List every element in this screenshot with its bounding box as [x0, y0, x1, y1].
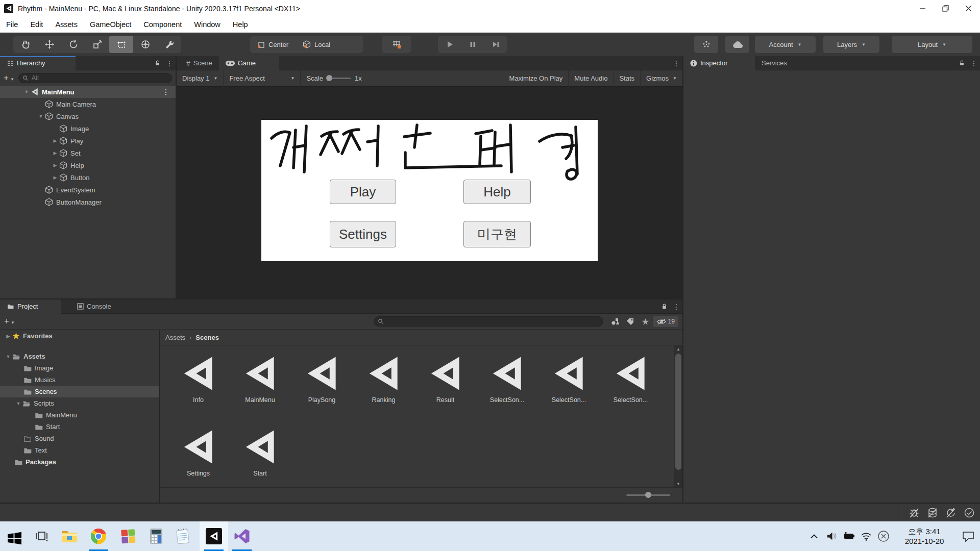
asset-scene-selectsong-2[interactable]: SelectSon...: [538, 352, 600, 425]
restore-button[interactable]: [934, 0, 957, 17]
pivot-toggle-button[interactable]: Center: [250, 36, 296, 53]
scale-slider-knob[interactable]: [326, 75, 332, 81]
asset-scene-mainmenu[interactable]: MainMenu: [229, 352, 291, 425]
tab-scene[interactable]: # Scene: [180, 56, 219, 70]
hierarchy-item-set[interactable]: ▶ Set: [0, 147, 176, 159]
hierarchy-item-mainmenu[interactable]: ▼ MainMenu ⋮: [0, 86, 176, 98]
notepad-button[interactable]: [168, 521, 197, 551]
hierarchy-add-button[interactable]: +▼: [4, 73, 14, 83]
rotation-toggle-button[interactable]: Local: [296, 36, 337, 53]
debugger-disabled-icon[interactable]: [909, 507, 920, 518]
account-dropdown[interactable]: Account▼: [755, 36, 816, 53]
tab-inspector[interactable]: Inspector: [683, 56, 755, 70]
project-menu-kebab[interactable]: ⋮: [670, 299, 682, 314]
hierarchy-lock-icon[interactable]: [151, 56, 163, 70]
foldout-expanded-icon[interactable]: ▼: [22, 89, 31, 94]
hierarchy-menu-kebab[interactable]: ⋮: [163, 56, 176, 70]
game-help-button[interactable]: Help: [463, 180, 531, 204]
custom-tool-icon[interactable]: [157, 36, 181, 53]
menu-edit[interactable]: Edit: [24, 20, 49, 29]
foldout-expanded-icon[interactable]: ▼: [4, 354, 12, 359]
unity-editor-button[interactable]: [200, 521, 228, 551]
foldout-collapsed-icon[interactable]: ▶: [51, 175, 59, 180]
pause-button[interactable]: [461, 36, 484, 53]
volume-icon[interactable]: [823, 521, 840, 551]
display-dropdown[interactable]: Display 1▼: [177, 70, 223, 87]
layout-dropdown[interactable]: Layout▼: [892, 36, 972, 53]
project-tree-scenes[interactable]: Scenes: [0, 386, 159, 397]
asset-zoom-knob[interactable]: [645, 492, 651, 498]
menu-help[interactable]: Help: [227, 20, 254, 29]
project-tree-scripts[interactable]: ▼ Scripts: [0, 397, 159, 409]
game-play-button[interactable]: Play: [330, 180, 396, 204]
foldout-collapsed-icon[interactable]: ▶: [51, 163, 59, 168]
hidden-icons-chevron[interactable]: [805, 521, 823, 551]
foldout-expanded-icon[interactable]: ▼: [14, 401, 22, 406]
close-button[interactable]: [957, 0, 980, 17]
scale-tool-icon[interactable]: [85, 36, 109, 53]
game-settings-button[interactable]: Settings: [330, 221, 396, 247]
hand-tool-icon[interactable]: [13, 36, 37, 53]
project-tree-sound[interactable]: Sound: [0, 433, 159, 444]
project-tree-image[interactable]: Image: [0, 362, 159, 374]
breadcrumb-assets[interactable]: Assets: [165, 334, 185, 341]
progress-ok-icon[interactable]: [964, 507, 975, 518]
tab-console[interactable]: Console: [70, 299, 118, 314]
menu-file[interactable]: File: [0, 20, 24, 29]
asset-zoom-slider[interactable]: [626, 494, 670, 496]
hierarchy-item-canvas[interactable]: ▼ Canvas: [0, 110, 176, 122]
battery-charging-icon[interactable]: [840, 521, 857, 551]
favorite-search-icon[interactable]: [638, 315, 653, 328]
hierarchy-item-play[interactable]: ▶ Play: [0, 135, 176, 147]
maximize-on-play-toggle[interactable]: Maximize On Play: [504, 70, 569, 87]
asset-scene-ranking[interactable]: Ranking: [353, 352, 414, 425]
foldout-collapsed-icon[interactable]: ▶: [4, 334, 12, 339]
project-tree-text[interactable]: Text: [0, 444, 159, 456]
project-tree-assets[interactable]: ▼ Assets: [0, 350, 159, 362]
inspector-lock-icon[interactable]: [955, 56, 968, 70]
project-tree-favorites[interactable]: ▶ Favorites: [0, 330, 159, 342]
tab-project[interactable]: Project: [0, 299, 61, 314]
chrome-button[interactable]: [84, 521, 113, 551]
asset-grid-scrollbar[interactable]: ▲ ▼: [674, 345, 682, 487]
grid-snap-icon[interactable]: [385, 36, 409, 53]
asset-scene-playsong[interactable]: PlaySong: [291, 352, 353, 425]
menu-window[interactable]: Window: [188, 20, 227, 29]
scrollbar-thumb[interactable]: [675, 354, 681, 470]
tab-services[interactable]: Services: [755, 56, 794, 70]
file-explorer-button[interactable]: [55, 521, 84, 551]
stats-toggle[interactable]: Stats: [614, 70, 640, 87]
rotate-tool-icon[interactable]: [61, 36, 85, 53]
rect-tool-icon[interactable]: [109, 36, 133, 53]
hierarchy-item-button[interactable]: ▶ Button: [0, 171, 176, 184]
visual-studio-button[interactable]: [228, 521, 256, 551]
aspect-dropdown[interactable]: Free Aspect▼: [224, 70, 300, 87]
project-search-input[interactable]: [374, 316, 603, 327]
gizmos-dropdown[interactable]: Gizmos▼: [641, 70, 682, 87]
network-disconnected-icon[interactable]: [875, 521, 892, 551]
project-add-button[interactable]: +▼: [4, 316, 15, 327]
wifi-icon[interactable]: [857, 521, 875, 551]
mute-audio-toggle[interactable]: Mute Audio: [569, 70, 613, 87]
inspector-menu-kebab[interactable]: ⋮: [968, 56, 980, 70]
search-by-type-icon[interactable]: [607, 315, 623, 328]
menu-assets[interactable]: Assets: [49, 20, 84, 29]
foldout-expanded-icon[interactable]: ▼: [37, 114, 45, 119]
search-by-label-icon[interactable]: [623, 315, 638, 328]
game-menu-kebab[interactable]: ⋮: [670, 56, 682, 70]
move-tool-icon[interactable]: [37, 36, 61, 53]
minimize-button[interactable]: [911, 0, 934, 17]
play-button[interactable]: [438, 36, 461, 53]
action-center-icon[interactable]: [957, 521, 980, 551]
project-lock-icon[interactable]: [658, 299, 670, 314]
scroll-down-arrow[interactable]: ▼: [674, 480, 682, 487]
calculator-button[interactable]: [142, 521, 170, 551]
taskbar-clock[interactable]: 오후 3:41 2021-10-20: [892, 527, 957, 546]
hierarchy-search-input[interactable]: All: [18, 73, 172, 83]
cache-server-disabled-icon[interactable]: [927, 507, 938, 518]
scene-options-kebab[interactable]: ⋮: [162, 88, 169, 95]
game-notimplemented-button[interactable]: 미구현: [463, 221, 531, 247]
hierarchy-item-eventsystem[interactable]: EventSystem: [0, 184, 176, 196]
hidden-packages-toggle[interactable]: 19: [653, 316, 678, 327]
hierarchy-item-help[interactable]: ▶ Help: [0, 159, 176, 171]
